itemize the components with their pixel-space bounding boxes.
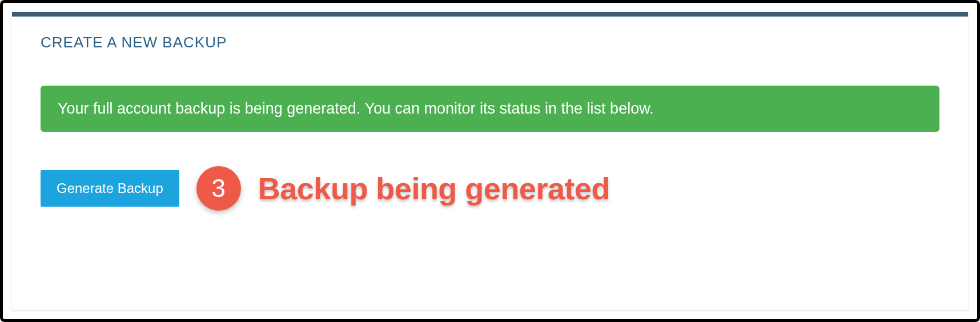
backup-panel: CREATE A NEW BACKUP Your full account ba… bbox=[12, 12, 968, 310]
alert-message: Your full account backup is being genera… bbox=[58, 100, 654, 117]
app-frame: CREATE A NEW BACKUP Your full account ba… bbox=[0, 0, 980, 322]
section-title: CREATE A NEW BACKUP bbox=[41, 34, 939, 51]
success-alert: Your full account backup is being genera… bbox=[41, 86, 939, 132]
step-number: 3 bbox=[212, 174, 226, 203]
action-row: Generate Backup 3 Backup being generated bbox=[41, 166, 939, 211]
callout-label: Backup being generated bbox=[258, 171, 610, 206]
step-number-badge: 3 bbox=[196, 166, 241, 211]
generate-backup-button[interactable]: Generate Backup bbox=[41, 170, 179, 207]
